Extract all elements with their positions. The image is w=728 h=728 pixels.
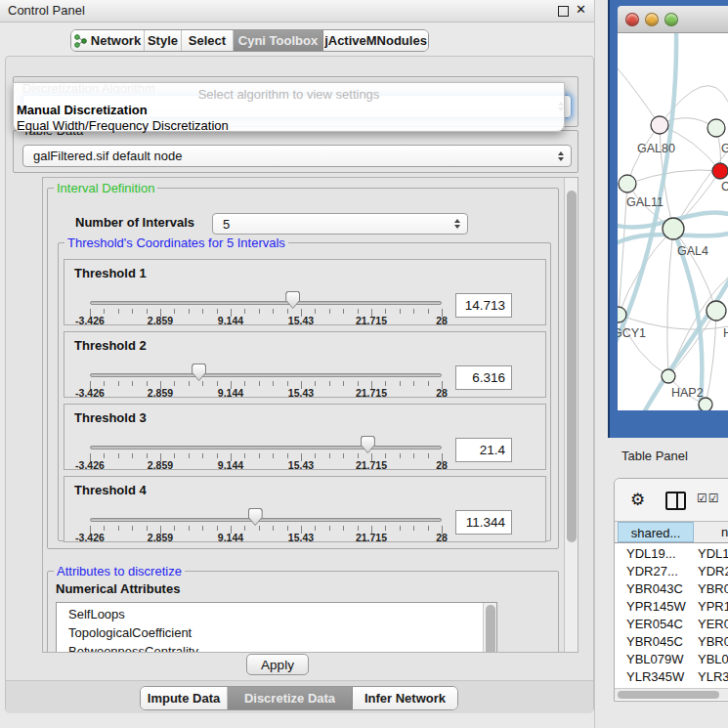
scrollbar-thumb[interactable] xyxy=(618,691,719,699)
algorithm-dropdown: Select algorithm to view settings Manual… xyxy=(13,82,565,132)
num-intervals-value: 5 xyxy=(223,217,230,232)
network-node-gal11[interactable]: GAL11 xyxy=(619,175,664,209)
tab-impute-data[interactable]: Impute Data xyxy=(141,687,228,709)
threshold-slider[interactable]: -3.4262.8599.14415.4321.71528 xyxy=(90,405,442,471)
slider-tick xyxy=(174,526,175,531)
settings-vertical-scrollbar[interactable] xyxy=(564,178,578,652)
attributes-list-scrollbar[interactable] xyxy=(483,603,496,653)
algorithm-option[interactable]: Equal Width/Frequency Discretization xyxy=(17,118,229,133)
slider-tick-label: 15.43 xyxy=(288,387,314,399)
slider-tick-label: 9.144 xyxy=(218,459,243,471)
threshold-slider[interactable]: -3.4262.8599.14415.4321.71528 xyxy=(90,260,442,326)
network-node[interactable] xyxy=(699,398,712,410)
table-row[interactable]: YLR345WYLR3 xyxy=(615,668,728,686)
table-panel: ⚙ ☑☑ shared... na YDL19...YDL1YDR27...YD… xyxy=(614,478,728,702)
algorithm-option[interactable]: Manual Discretization xyxy=(17,103,148,117)
tab-style[interactable]: Style xyxy=(145,30,182,51)
table-row[interactable]: YPR145WYPR1 xyxy=(615,598,728,616)
network-edge xyxy=(619,229,673,315)
table-row[interactable]: YDR27...YDR2 xyxy=(615,563,728,580)
tab-label: Cyni Toolbox xyxy=(238,33,318,48)
slider-tick-label: 21.715 xyxy=(356,387,387,399)
threshold-slider[interactable]: -3.4262.8599.14415.4321.71528 xyxy=(90,332,442,399)
threshold-slider[interactable]: -3.4262.8599.14415.4321.71528 xyxy=(90,477,442,543)
zoom-traffic-light[interactable] xyxy=(664,13,678,26)
table-row[interactable]: YBR043CYBR0 xyxy=(615,580,728,598)
slider-thumb[interactable] xyxy=(192,364,206,381)
slider-thumb[interactable] xyxy=(361,436,375,453)
table-row[interactable]: YBR045CYBR0 xyxy=(615,633,728,651)
slider-tick xyxy=(118,309,119,314)
table-data-value: galFiltered.sif default node xyxy=(33,149,182,163)
attribute-list-item[interactable]: SelfLoops xyxy=(57,605,496,623)
slider-track[interactable] xyxy=(90,446,442,450)
table-row[interactable]: YER054CYER0 xyxy=(615,616,728,633)
scrollbar-thumb[interactable] xyxy=(486,605,495,653)
select-columns-icon[interactable]: ☑☑ xyxy=(697,492,720,505)
apply-button[interactable]: Apply xyxy=(246,654,309,675)
attributes-group-label: Attributes to discretize xyxy=(54,564,185,578)
network-canvas[interactable]: GAL80GACGAL11GAL4GCY1HAHAP2 xyxy=(618,33,728,410)
slider-tick xyxy=(217,381,218,386)
slider-tick xyxy=(147,453,148,458)
threshold-value-input[interactable]: 21.4 xyxy=(455,438,512,462)
slider-tick xyxy=(329,381,330,386)
table-toolbar: ⚙ ☑☑ xyxy=(615,479,728,521)
slider-tick xyxy=(244,309,245,314)
num-intervals-combo[interactable]: 5 xyxy=(212,213,468,235)
attribute-list-item[interactable]: BetweennessCentrality xyxy=(57,642,496,653)
slider-thumb[interactable] xyxy=(285,291,300,309)
slider-thumb[interactable] xyxy=(248,508,263,526)
table-horizontal-scrollbar[interactable] xyxy=(615,688,728,700)
slider-tick-label: 15.43 xyxy=(288,459,314,471)
tab-select[interactable]: Select xyxy=(182,30,234,51)
network-node-gal4[interactable]: GAL4 xyxy=(663,218,708,258)
slider-track[interactable] xyxy=(90,518,442,522)
slider-tick xyxy=(118,526,119,531)
threshold-value-input[interactable]: 6.316 xyxy=(455,365,512,390)
slider-tick-label: 2.859 xyxy=(148,387,173,399)
cell-name: YBL0 xyxy=(698,651,728,668)
table-row[interactable]: YBL079WYBL0 xyxy=(615,651,728,668)
slider-track[interactable] xyxy=(90,373,442,377)
tab-label: jActiveMNodules xyxy=(324,33,427,48)
network-node-hap2[interactable]: HAP2 xyxy=(662,369,704,400)
threshold-value-input[interactable]: 14.713 xyxy=(455,293,512,318)
split-columns-icon[interactable] xyxy=(665,492,686,510)
network-edge xyxy=(668,311,716,376)
slider-tick xyxy=(413,309,414,314)
slider-tick-label: 28 xyxy=(436,532,448,543)
gear-icon[interactable]: ⚙ xyxy=(630,490,645,510)
tab-cyni-toolbox[interactable]: Cyni Toolbox xyxy=(234,30,323,51)
table-row[interactable]: YDL19...YDL1 xyxy=(615,545,728,563)
network-edge xyxy=(619,315,668,376)
scrollbar-thumb[interactable] xyxy=(567,191,577,542)
tab-discretize-data[interactable]: Discretize Data xyxy=(228,687,353,709)
tab-label: Style xyxy=(148,33,178,48)
threshold-box: Threshold 1-3.4262.8599.14415.4321.71528… xyxy=(64,259,546,325)
cell-shared-name: YPR145W xyxy=(615,598,698,616)
float-window-icon[interactable] xyxy=(558,6,569,17)
attribute-list-item[interactable]: TopologicalCoefficient xyxy=(57,623,496,642)
column-header-name[interactable]: na xyxy=(694,522,728,542)
slider-track[interactable] xyxy=(90,301,442,305)
slider-tick xyxy=(244,381,245,386)
slider-tick xyxy=(315,381,316,386)
table-data-combo[interactable]: galFiltered.sif default node xyxy=(22,145,572,167)
tab-infer-network[interactable]: Infer Network xyxy=(353,687,457,709)
tab-jactivemnodules[interactable]: jActiveMNodules xyxy=(323,30,428,51)
slider-tick xyxy=(358,309,359,314)
threshold-value-input[interactable]: 11.344 xyxy=(455,510,512,535)
close-traffic-light[interactable] xyxy=(625,13,639,26)
slider-thumb-face xyxy=(193,364,205,380)
slider-tick xyxy=(343,309,344,314)
slider-tick xyxy=(428,526,429,531)
close-icon[interactable]: ✕ xyxy=(576,2,586,17)
slider-tick xyxy=(104,453,105,458)
slider-tick-label: 9.144 xyxy=(218,387,243,399)
minimize-traffic-light[interactable] xyxy=(645,13,659,26)
network-node-ga[interactable]: GA xyxy=(707,119,728,155)
column-header-shared-name[interactable]: shared... xyxy=(618,522,694,542)
tab-network[interactable]: Network xyxy=(71,30,145,51)
slider-tick xyxy=(400,453,401,458)
